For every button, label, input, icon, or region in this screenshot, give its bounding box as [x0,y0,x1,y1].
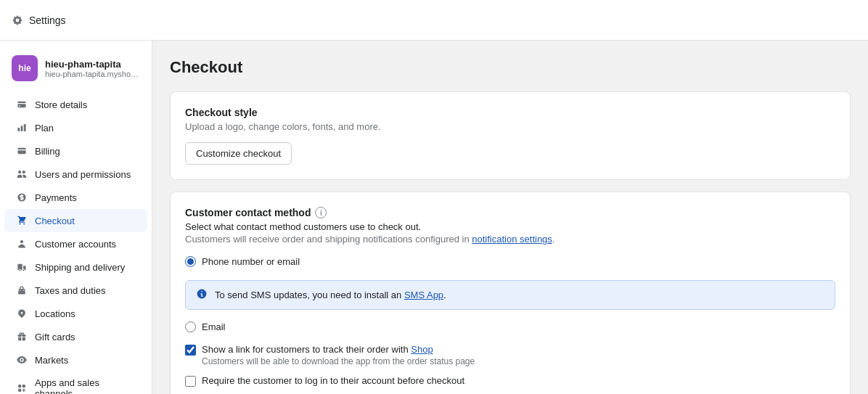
customer-icon [16,238,28,250]
notification-settings-link[interactable]: notification settings [472,234,552,245]
info-box-icon [196,288,208,302]
store-icon [16,99,28,110]
sidebar: hie hieu-pham-tapita hieu-pham-tapita.my… [0,41,152,394]
sidebar-item-label: Users and permissions [35,169,131,180]
page-title: Checkout [170,58,851,77]
main-content: Checkout Checkout style Upload a logo, c… [152,41,868,394]
sidebar-item-label: Apps and sales channels [35,377,136,394]
store-info: hieu-pham-tapita hieu-pham-tapita.myshop… [45,59,140,78]
sidebar-item-apps-and-sales-channels[interactable]: Apps and sales channels [4,372,147,394]
store-domain: hieu-pham-tapita.myshopify.com [45,70,140,78]
track-order-label[interactable]: Show a link for customers to track their… [202,344,475,366]
checkout-icon [16,215,28,226]
sidebar-item-billing[interactable]: Billing [4,139,147,163]
sidebar-item-label: Payments [35,192,77,203]
sidebar-item-label: Taxes and duties [35,285,106,296]
sidebar-item-locations[interactable]: Locations [4,302,147,325]
top-bar: Settings [0,0,868,41]
sidebar-item-checkout[interactable]: Checkout [4,209,147,232]
sidebar-item-payments[interactable]: Payments [4,186,147,209]
sidebar-item-label: Plan [35,123,54,134]
location-icon [16,308,28,319]
plan-icon [16,122,28,134]
sidebar-item-label: Customer accounts [35,239,116,250]
users-icon [16,168,28,180]
sidebar-item-label: Markets [35,355,68,366]
radio-phone-or-email[interactable]: Phone number or email [185,256,835,267]
layout: hie hieu-pham-tapita hieu-pham-tapita.my… [0,41,868,394]
store-avatar: hie [12,55,38,81]
sidebar-item-taxes-and-duties[interactable]: Taxes and duties [4,279,147,302]
markets-icon [16,354,28,366]
sidebar-item-label: Store details [35,99,87,110]
track-order-checkbox-option: Show a link for customers to track their… [185,344,835,366]
checkout-style-subtitle: Upload a logo, change colors, fonts, and… [185,121,835,132]
sidebar-item-label: Checkout [35,216,75,226]
contact-method-title: Customer contact method i [185,207,835,218]
shipping-icon [16,261,28,273]
require-login-checkbox-option: Require the customer to log in to their … [185,375,835,387]
checkout-style-title: Checkout style [185,107,835,118]
shop-link[interactable]: Shop [411,344,433,355]
contact-method-card: Customer contact method i Select what co… [170,192,851,394]
sms-app-link[interactable]: SMS App [404,290,443,300]
sidebar-item-plan[interactable]: Plan [4,116,147,139]
sidebar-item-users-and-permissions[interactable]: Users and permissions [4,163,147,186]
store-name: hieu-pham-tapita [45,59,140,70]
billing-icon [16,145,28,157]
sidebar-item-gift-cards[interactable]: Gift cards [4,325,147,348]
sidebar-item-label: Shipping and delivery [35,262,125,273]
sidebar-item-label: Billing [35,146,60,157]
settings-title: Settings [29,15,66,26]
radio-email[interactable]: Email [185,321,835,332]
checkout-style-card: Checkout style Upload a logo, change col… [170,91,851,180]
contact-method-subdesc: Customers will receive order and shippin… [185,234,835,245]
payments-icon [16,192,28,203]
sms-info-box: To send SMS updates, you need to install… [185,280,835,310]
sidebar-item-label: Gift cards [35,332,75,342]
require-login-checkbox[interactable] [185,376,196,387]
store-header[interactable]: hie hieu-pham-tapita hieu-pham-tapita.my… [0,49,152,93]
contact-method-info-icon[interactable]: i [315,207,327,218]
gift-icon [16,331,28,342]
sidebar-item-shipping-and-delivery[interactable]: Shipping and delivery [4,255,147,279]
sidebar-item-customer-accounts[interactable]: Customer accounts [4,232,147,255]
track-order-checkbox[interactable] [185,345,196,356]
sms-info-text: To send SMS updates, you need to install… [215,290,446,300]
radio-group: Phone number or email To send SMS update… [185,256,835,332]
radio-phone-or-email-input[interactable] [185,256,196,267]
radio-email-input[interactable] [185,321,196,332]
sidebar-nav: Store details Plan Billing Users and per… [0,93,152,394]
sidebar-item-label: Locations [35,308,75,319]
checkbox-group: Show a link for customers to track their… [185,344,835,387]
sidebar-item-store-details[interactable]: Store details [4,93,147,116]
apps-icon [16,382,28,394]
sidebar-item-markets[interactable]: Markets [4,348,147,372]
contact-method-desc: Select what contact method customers use… [185,221,835,232]
customize-checkout-button[interactable]: Customize checkout [185,142,292,165]
taxes-icon [16,284,28,296]
settings-icon [12,15,23,26]
track-order-sublabel: Customers will be able to download the a… [202,356,475,366]
require-login-label[interactable]: Require the customer to log in to their … [202,375,464,386]
